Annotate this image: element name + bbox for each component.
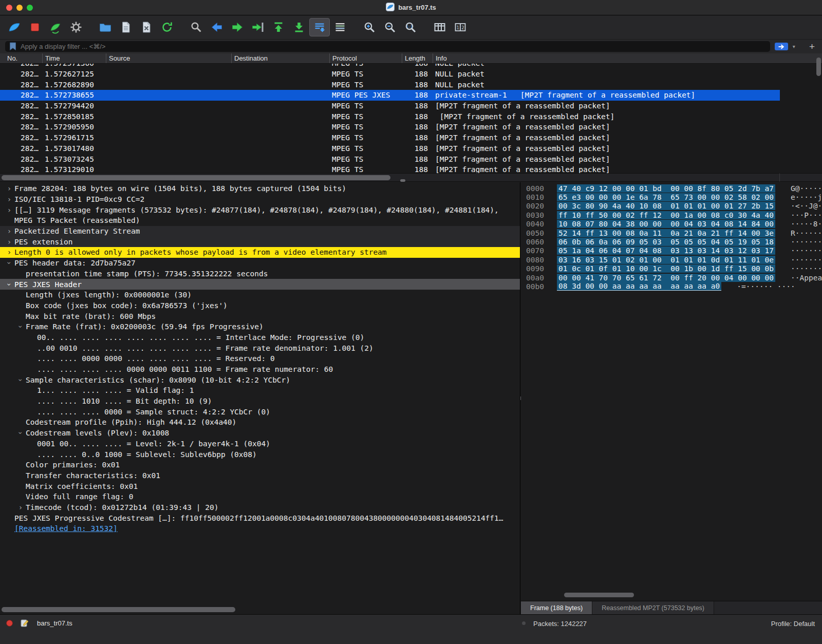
column-header-no[interactable]: No.	[0, 53, 42, 63]
chevron-down-icon[interactable]: ›	[17, 321, 24, 332]
detail-row[interactable]: Codestream profile (Ppih): High 444.12 (…	[0, 417, 520, 428]
hex-bytes[interactable]: 08 3d 00 00 aa aa aa aa aa aa aa a0	[557, 282, 721, 291]
packet-row[interactable]: 282…1.572627125MPEG TS188NULL packet	[0, 69, 780, 80]
column-header-source[interactable]: Source	[106, 53, 231, 63]
display-filter-input[interactable]	[21, 43, 766, 50]
detail-row[interactable]: Transfer characteristics: 0x01	[0, 470, 520, 481]
packet-row[interactable]: 282…1.572738655MPEG PES JXES188private-s…	[0, 90, 780, 101]
hex-hscrollbar[interactable]	[521, 593, 822, 598]
detail-row[interactable]: Box code (jxes_box_code): 0x6a786573 ('j…	[0, 300, 520, 311]
packet-row[interactable]: 282…1.572682890MPEG TS188NULL packet	[0, 79, 780, 90]
packet-row[interactable]: 282…1.572794420MPEG TS188[MP2T fragment …	[0, 101, 780, 111]
expert-info-icon[interactable]	[6, 620, 13, 627]
packet-row[interactable]: 282…1.573073245MPEG TS188[MP2T fragment …	[0, 154, 780, 164]
detail-row[interactable]: Max bit rate (brat): 600 Mbps	[0, 311, 520, 321]
reload-file-button[interactable]	[157, 18, 177, 36]
status-profile[interactable]: Profile: Default	[771, 620, 815, 628]
detail-row[interactable]: ›PES extension	[0, 236, 520, 247]
detail-row[interactable]: ›Codestream levels (Plev): 0x1008	[0, 428, 520, 439]
hex-row[interactable]: 004010 08 07 80 04 38 00 00 00 04 03 04 …	[526, 220, 822, 229]
save-file-button[interactable]	[116, 18, 136, 36]
resize-columns-button[interactable]	[429, 18, 450, 36]
packet-row[interactable]: 282…1.572961715MPEG TS188[MP2T fragment …	[0, 132, 780, 143]
hex-bytes[interactable]: 06 0b 06 0a 06 09 05 03 05 05 05 04 05 1…	[557, 238, 775, 246]
detail-row[interactable]: ›[[…] 3119 Message fragments (573532 byt…	[0, 204, 520, 215]
chevron-right-icon[interactable]: ›	[15, 504, 26, 511]
hex-row[interactable]: 001065 e3 00 00 00 1e 6a 78 65 73 00 00 …	[526, 193, 822, 201]
details-hscrollbar[interactable]	[2, 607, 518, 612]
detail-row[interactable]: Video full range flag: 0	[0, 491, 520, 502]
stop-capture-button[interactable]	[25, 18, 45, 36]
detail-row[interactable]: .... .... .... .... 0000 0000 0011 1100 …	[0, 364, 520, 375]
detail-row[interactable]: 00.. .... .... .... .... .... .... .... …	[0, 332, 520, 343]
detail-row[interactable]: ›ISO/IEC 13818-1 PID=0xc9 CC=2	[0, 194, 520, 205]
number-columns-button[interactable]: 12	[450, 18, 471, 36]
open-file-button[interactable]	[95, 18, 116, 36]
minimize-window-button[interactable]	[16, 5, 23, 11]
capture-options-button[interactable]	[66, 18, 86, 36]
hex-bytes[interactable]: 47 40 c9 12 00 00 01 bd 00 00 8f 80 05 2…	[557, 184, 775, 193]
hex-bytes[interactable]: 00 3c 80 90 4a 40 10 08 01 01 01 00 01 2…	[557, 202, 775, 210]
hex-row[interactable]: 000047 40 c9 12 00 00 01 bd 00 00 8f 80 …	[526, 184, 822, 193]
zoom-window-button[interactable]	[27, 5, 33, 11]
chevron-down-icon[interactable]: ›	[6, 258, 13, 268]
add-filter-button[interactable]: +	[807, 42, 817, 51]
detail-row[interactable]: ..00 0010 .... .... .... .... .... .... …	[0, 343, 520, 353]
detail-row[interactable]: ›Frame 28204: 188 bytes on wire (1504 bi…	[0, 183, 520, 194]
find-packet-button[interactable]	[186, 18, 207, 36]
hex-row[interactable]: 007005 1a 04 06 04 07 04 08 03 13 03 14 …	[526, 247, 822, 255]
detail-row[interactable]: Matrix coefficients: 0x01	[0, 481, 520, 491]
chevron-down-icon[interactable]: ›	[17, 375, 24, 385]
first-packet-button[interactable]	[268, 18, 289, 36]
hex-bytes[interactable]: ff 10 ff 50 00 02 ff 12 00 1a 00 08 c0 3…	[557, 211, 775, 219]
detail-row[interactable]: .... .... 0..0 1000 = Sublevel: Sublev6b…	[0, 449, 520, 460]
restart-capture-button[interactable]	[45, 18, 66, 36]
annotation-icon[interactable]	[21, 619, 29, 628]
previous-packet-button[interactable]	[207, 18, 227, 36]
detail-row[interactable]: ›PES JXES Header	[0, 279, 520, 290]
hex-row[interactable]: 005052 14 ff 13 00 08 0a 11 0a 21 0a 21 …	[526, 229, 822, 237]
hex-bytes[interactable]: 00 00 41 70 70 65 61 72 00 ff 20 00 04 0…	[557, 274, 775, 282]
go-to-packet-button[interactable]	[248, 18, 268, 36]
hex-bytes[interactable]: 05 1a 04 06 04 07 04 08 03 13 03 14 03 1…	[557, 247, 775, 255]
apply-filter-button[interactable]	[775, 43, 788, 50]
detail-row[interactable]: presentation time stamp (PTS): 77345.351…	[0, 269, 520, 279]
display-filter-field[interactable]	[5, 41, 770, 52]
hex-row[interactable]: 009001 0c 01 0f 01 10 00 1c 00 1b 00 1d …	[526, 264, 822, 273]
packet-list[interactable]: 282…1.572571360MPEG TS188NULL packet282……	[0, 64, 822, 173]
close-file-button[interactable]	[136, 18, 157, 36]
hex-bytes[interactable]: 65 e3 00 00 00 1e 6a 78 65 73 00 00 02 5…	[557, 193, 775, 201]
hex-row[interactable]: 006006 0b 06 0a 06 09 05 03 05 05 05 04 …	[526, 237, 822, 246]
hex-row[interactable]: 0030ff 10 ff 50 00 02 ff 12 00 1a 00 08 …	[526, 211, 822, 219]
hscroll-thumb[interactable]	[2, 175, 390, 180]
hex-bytes[interactable]: 52 14 ff 13 00 08 0a 11 0a 21 0a 21 ff 1…	[557, 229, 775, 237]
hex-bytes[interactable]: 01 0c 01 0f 01 10 00 1c 00 1b 00 1d ff 1…	[557, 264, 775, 273]
column-header-protocol[interactable]: Protocol	[329, 53, 402, 63]
packet-row[interactable]: 282…1.572905950MPEG TS188[MP2T fragment …	[0, 122, 780, 132]
bookmark-icon[interactable]	[9, 42, 16, 51]
chevron-down-icon[interactable]: ›	[17, 428, 24, 438]
detail-row[interactable]: Color primaries: 0x01	[0, 460, 520, 470]
hex-bytes[interactable]: 10 08 07 80 04 38 00 00 00 04 03 04 08 1…	[557, 220, 775, 228]
detail-row[interactable]: .... .... .... 0000 = Sample struct: 4:2…	[0, 406, 520, 417]
pane-splitter-grip[interactable]	[400, 179, 405, 182]
filter-dropdown-caret[interactable]: ▾	[793, 44, 795, 49]
chevron-right-icon[interactable]: ›	[4, 185, 14, 192]
packet-row[interactable]: 282…1.572850185MPEG TS188 [MP2T fragment…	[0, 111, 780, 122]
zoom-out-button[interactable]	[380, 18, 400, 36]
chevron-right-icon[interactable]: ›	[4, 249, 14, 256]
detail-row[interactable]: 1... .... .... .... = Valid flag: 1	[0, 385, 520, 396]
detail-row[interactable]: .... .... 1010 .... = Bit depth: 10 (9)	[0, 396, 520, 407]
packet-list-hscrollbar[interactable]	[0, 173, 779, 182]
chevron-right-icon[interactable]: ›	[4, 196, 14, 203]
chevron-right-icon[interactable]: ›	[4, 206, 14, 214]
hex-row[interactable]: 00b008 3d 00 00 aa aa aa aa aa aa aa a0·…	[526, 282, 822, 291]
hex-row[interactable]: 002000 3c 80 90 4a 40 10 08 01 01 01 00 …	[526, 202, 822, 211]
chevron-right-icon[interactable]: ›	[4, 238, 14, 245]
detail-row[interactable]: [Reassembled in: 31532]	[0, 523, 520, 534]
packet-row[interactable]: 282…1.572571360MPEG TS188NULL packet	[0, 64, 780, 69]
zoom-original-button[interactable]: 1:1	[400, 18, 421, 36]
detail-row[interactable]: ›Sample characteristics (schar): 0x8090 …	[0, 374, 520, 385]
hex-row[interactable]: 00a000 00 41 70 70 65 61 72 00 ff 20 00 …	[526, 273, 822, 282]
packet-row[interactable]: 282…1.573129010MPEG TS188[MP2T fragment …	[0, 164, 780, 173]
